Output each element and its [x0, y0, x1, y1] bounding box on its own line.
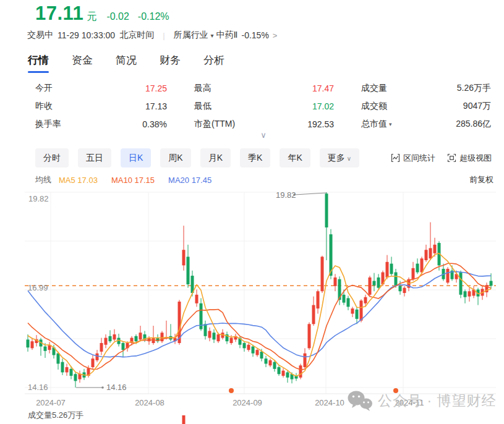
- status-row: 交易中 11-29 10:33:00 北京时间 | 所属行业 ▾ 中药Ⅱ -0.…: [27, 30, 277, 41]
- high-annotation-label: 19.82: [276, 190, 296, 200]
- low-value: 17.02: [312, 101, 334, 111]
- quote-volume: 成交量 5.26万手: [361, 82, 491, 95]
- caret-down-icon[interactable]: ▾: [389, 121, 392, 127]
- quote-low: 最低 17.02: [194, 100, 334, 113]
- turnover-rate-value: 0.38%: [142, 119, 167, 129]
- y-axis-min-label: 14.16: [28, 383, 48, 392]
- pe-ttm-value: 192.53: [307, 119, 334, 129]
- tab-financials[interactable]: 财务: [160, 53, 181, 73]
- watermark: 公众号 · 博望财经: [347, 389, 496, 412]
- tab-quotes[interactable]: 行情: [28, 53, 49, 73]
- period-more-dropdown[interactable]: 更多∨: [320, 148, 359, 167]
- period-weekly-k[interactable]: 周K: [160, 148, 190, 167]
- period-5day[interactable]: 五日: [78, 148, 111, 167]
- volume-bar: [182, 415, 186, 424]
- super-view-icon: [447, 153, 456, 163]
- period-quarterly-k[interactable]: 季K: [240, 148, 270, 167]
- event-dot[interactable]: [229, 388, 234, 393]
- current-price: 17.11: [35, 2, 83, 25]
- industry-change: -0.15%: [241, 30, 268, 40]
- period-daily-k[interactable]: 日K: [121, 148, 151, 167]
- range-stats-icon: [391, 153, 400, 163]
- x-axis-label-oct: 2024-10: [315, 398, 344, 407]
- chart-toolbar: 分时 五日 日K 周K 月K 季K 年K 更多∨ 区间统计: [35, 148, 492, 167]
- super-view-button[interactable]: 超级视图: [447, 153, 492, 164]
- quote-high: 最高 17.47: [194, 82, 334, 95]
- price-unit: 元: [87, 11, 96, 23]
- price-change-percent: -0.12%: [138, 11, 169, 22]
- chevron-down-icon: ∨: [347, 155, 351, 162]
- price-change: -0.02: [106, 11, 129, 22]
- stock-quote-page: 17.11 元 -0.02 -0.12% 交易中 11-29 10:33:00 …: [0, 0, 504, 424]
- open-value: 17.25: [145, 83, 167, 93]
- low-annotation-label: 14.16: [106, 383, 127, 392]
- wechat-icon: [347, 389, 373, 412]
- ma20-legend: MA20 17.45: [168, 176, 211, 185]
- trading-status: 交易中: [27, 30, 53, 41]
- tab-analysis[interactable]: 分析: [203, 53, 224, 73]
- quote-turnover-amount: 成交额 9047万: [361, 100, 491, 113]
- industry-label[interactable]: 所属行业: [174, 30, 208, 41]
- main-tabs: 行情 资金 简况 财务 分析: [28, 53, 224, 73]
- y-axis-mid-label: 16.99: [28, 283, 48, 292]
- quote-open: 今开 17.25: [35, 82, 167, 95]
- y-axis-max-label: 19.82: [28, 194, 49, 203]
- quote-market-cap: 总市值 ▾ 285.86亿: [361, 117, 491, 131]
- period-yearly-k[interactable]: 年K: [280, 148, 310, 167]
- chevron-right-icon[interactable]: >: [273, 31, 278, 40]
- ma5-legend: MA5 17.03: [59, 176, 98, 185]
- period-pills: 分时 五日 日K 周K 月K 季K 年K 更多∨: [35, 148, 359, 167]
- x-axis-label-sep: 2024-09: [233, 398, 262, 407]
- chevron-down-icon: ∨: [260, 130, 267, 140]
- price-header: 17.11 元 -0.02 -0.12%: [35, 2, 169, 25]
- prev-close-value: 17.13: [145, 101, 167, 111]
- industry-name[interactable]: 中药Ⅱ: [216, 30, 238, 41]
- volume-value: 5.26万手: [457, 83, 491, 94]
- quote-turnover-rate: 换手率 0.38%: [35, 117, 167, 131]
- high-value: 17.47: [312, 83, 334, 93]
- period-monthly-k[interactable]: 月K: [200, 148, 231, 167]
- quote-datetime: 11-29 10:33:00: [58, 30, 115, 40]
- volume-pane-label: 成交量5.26万手: [28, 410, 83, 421]
- market-cap-value: 285.86亿: [456, 119, 491, 130]
- divider: |: [163, 31, 164, 40]
- period-minute[interactable]: 分时: [35, 148, 69, 167]
- caret-down-icon[interactable]: ▾: [211, 32, 214, 39]
- x-axis-label-aug: 2024-08: [135, 398, 164, 407]
- turnover-amount-value: 9047万: [463, 101, 491, 112]
- watermark-text: 公众号 · 博望财经: [378, 391, 496, 410]
- adjustment-mode-label[interactable]: 前复权: [469, 174, 493, 185]
- ma20-line: [28, 272, 491, 357]
- ma10-legend: MA10 17.15: [111, 176, 155, 185]
- expand-quote-button[interactable]: ∨: [252, 130, 275, 140]
- timezone-label: 北京时间: [119, 30, 154, 41]
- tab-profile[interactable]: 简况: [116, 53, 137, 73]
- tab-funds[interactable]: 资金: [72, 53, 93, 73]
- ma-title: 均线: [35, 174, 51, 185]
- ma-legend: 均线 MA5 17.03 MA10 17.15 MA20 17.45 前复权: [35, 174, 493, 185]
- quote-prev-close: 昨收 17.13: [35, 100, 167, 113]
- chart-tools: 区间统计 超级视图: [391, 153, 492, 164]
- quote-grid: 今开 17.25 最高 17.47 成交量 5.26万手 昨收 17.13 最低…: [35, 82, 491, 131]
- grid-lines: [25, 192, 496, 394]
- x-axis-label-jul: 2024-07: [36, 398, 66, 407]
- quote-pe-ttm: 市盈(TTM) 192.53: [194, 117, 334, 131]
- range-stats-button[interactable]: 区间统计: [391, 153, 435, 164]
